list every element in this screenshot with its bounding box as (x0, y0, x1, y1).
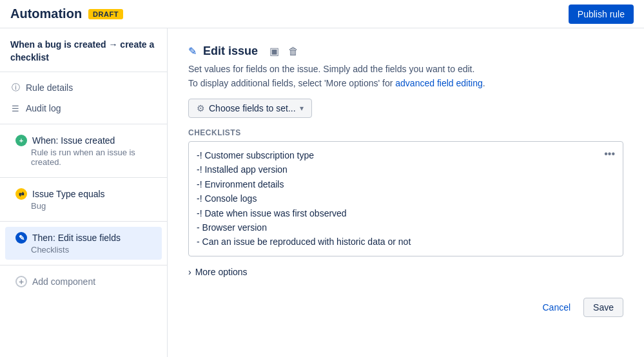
edit-icon: ✎ (188, 45, 197, 57)
publish-rule-button[interactable]: Publish rule (569, 5, 634, 24)
delete-button[interactable]: 🗑 (286, 44, 301, 59)
advanced-field-editing-link[interactable]: advanced field editing (395, 78, 482, 88)
then-icon: ✎ (15, 232, 27, 244)
edit-issue-desc2: To display additional fields, select 'Mo… (188, 78, 623, 88)
checklist-item-7: - Can an issue be reproduced with histor… (197, 235, 615, 249)
sidebar-nav-label-rule-details: Rule details (26, 82, 73, 93)
gear-icon: ⚙ (197, 103, 205, 113)
when-label: When: Issue created (32, 135, 115, 146)
sidebar-item-rule-details[interactable]: ⓘ Rule details (0, 77, 167, 98)
sidebar-divider-4 (0, 265, 167, 265)
header-left: Automation DRAFT (10, 6, 123, 21)
choose-fields-button[interactable]: ⚙ Choose fields to set... ▾ (188, 99, 312, 118)
sidebar-nav-label-audit-log: Audit log (26, 103, 61, 113)
sidebar-component-condition[interactable]: ⇄ Issue Type equals Bug (5, 183, 162, 216)
checklists-menu-button[interactable]: ••• (601, 147, 618, 161)
more-options-toggle[interactable]: › More options (188, 267, 623, 277)
condition-sub: Bug (15, 201, 151, 211)
header-actions: ▣ 🗑 (267, 44, 301, 59)
app-title: Automation (10, 6, 82, 21)
sidebar-component-then[interactable]: ✎ Then: Edit issue fields Checklists (5, 227, 162, 260)
then-label: Then: Edit issue fields (32, 233, 121, 243)
checklists-label: Checklists (188, 128, 623, 137)
choose-fields-label: Choose fields to set... (209, 103, 296, 113)
draft-badge: DRAFT (88, 9, 123, 19)
main-layout: When a bug is created → create a checkli… (0, 28, 644, 357)
more-options-label: More options (195, 267, 248, 277)
sidebar-divider (0, 124, 167, 124)
save-button[interactable]: Save (583, 298, 623, 317)
chevron-right-icon: › (188, 267, 191, 277)
sidebar: When a bug is created → create a checkli… (0, 28, 168, 357)
edit-issue-title: Edit issue (203, 44, 258, 58)
checklist-item-2: -! Installed app version (197, 162, 615, 177)
checklists-container: ••• -! Customer subscription type -! Ins… (188, 141, 623, 256)
then-sub: Checklists (15, 245, 151, 255)
checklist-item-3: -! Environment details (197, 177, 615, 191)
desc2-prefix: To display additional fields, select 'Mo… (188, 78, 395, 88)
add-icon: + (15, 276, 27, 287)
edit-issue-header: ✎ Edit issue ▣ 🗑 (188, 44, 623, 59)
checklist-item-1: -! Customer subscription type (197, 148, 615, 162)
sidebar-rule-title: When a bug is created → create a checkli… (0, 39, 167, 72)
copy-button[interactable]: ▣ (267, 44, 282, 59)
sidebar-divider-3 (0, 221, 167, 222)
condition-icon: ⇄ (15, 188, 27, 200)
add-component-button[interactable]: + Add component (5, 271, 162, 293)
top-header: Automation DRAFT Publish rule (0, 0, 644, 28)
sidebar-component-when[interactable]: + When: Issue created Rule is run when a… (5, 130, 162, 172)
checklist-item-4: -! Console logs (197, 191, 615, 206)
checklist-item-5: -! Date when issue was first observed (197, 206, 615, 220)
desc2-suffix: . (483, 78, 485, 88)
when-sub: Rule is run when an issue is created. (15, 148, 151, 167)
edit-issue-desc1: Set values for fields on the issue. Simp… (188, 64, 623, 74)
cancel-button[interactable]: Cancel (534, 298, 578, 317)
checklist-item-6: - Browser version (197, 220, 615, 235)
circle-info-icon: ⓘ (10, 82, 21, 93)
when-icon: + (15, 135, 27, 146)
chevron-down-icon: ▾ (300, 104, 304, 113)
content-area: ✎ Edit issue ▣ 🗑 Set values for fields o… (168, 28, 644, 357)
sidebar-divider-2 (0, 177, 167, 178)
sidebar-item-audit-log[interactable]: ☰ Audit log (0, 98, 167, 119)
action-buttons: Cancel Save (188, 298, 623, 317)
list-icon: ☰ (10, 103, 21, 113)
condition-label: Issue Type equals (32, 189, 105, 199)
add-component-label: Add component (32, 276, 95, 287)
